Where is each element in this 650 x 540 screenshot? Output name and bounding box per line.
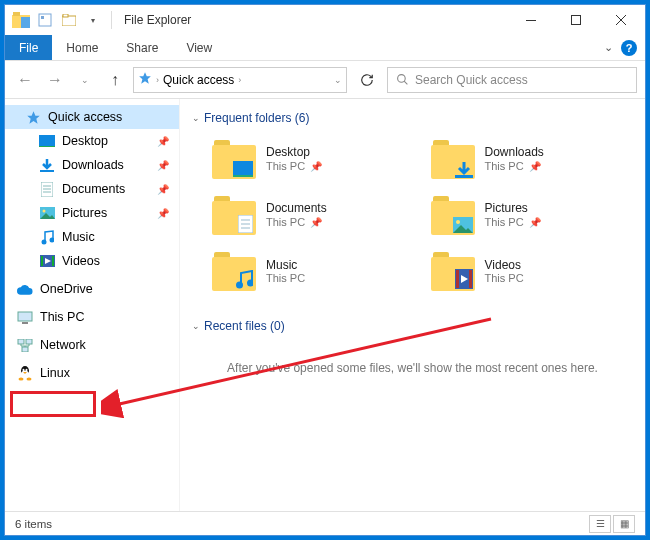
- ribbon: File Home Share View ⌄ ?: [5, 35, 645, 61]
- pin-icon: 📌: [310, 217, 322, 228]
- chevron-right-icon[interactable]: ›: [238, 75, 241, 85]
- address-bar[interactable]: › Quick access › ⌄: [133, 67, 347, 93]
- sidebar-item-documents[interactable]: Documents 📌: [5, 177, 179, 201]
- folder-item-videos[interactable]: Videos This PC: [431, 247, 634, 295]
- music-icon: [39, 229, 55, 245]
- pin-icon: 📌: [529, 217, 541, 228]
- folder-icon: [212, 251, 256, 291]
- sidebar-item-this-pc[interactable]: This PC: [5, 305, 179, 329]
- frequent-folders-header[interactable]: ⌄ Frequent folders (6): [192, 111, 633, 125]
- documents-icon: [39, 181, 55, 197]
- address-crumb[interactable]: Quick access: [163, 73, 234, 87]
- quick-access-star-icon: [138, 71, 152, 88]
- sidebar-item-label: Linux: [40, 366, 70, 380]
- view-details-button[interactable]: ☰: [589, 515, 611, 533]
- back-button[interactable]: ←: [13, 68, 37, 92]
- minimize-button[interactable]: [508, 6, 553, 35]
- svg-rect-29: [52, 256, 54, 266]
- sidebar-item-quick-access[interactable]: Quick access: [5, 105, 179, 129]
- folder-item-downloads[interactable]: Downloads This PC 📌: [431, 135, 634, 183]
- svg-point-39: [26, 369, 28, 371]
- folder-item-desktop[interactable]: Desktop This PC 📌: [212, 135, 415, 183]
- main-pane[interactable]: ⌄ Frequent folders (6) Desktop This PC 📌: [180, 99, 645, 511]
- sidebar-item-label: Pictures: [62, 206, 107, 220]
- svg-rect-28: [41, 256, 43, 266]
- svg-rect-7: [526, 20, 536, 21]
- sidebar-item-desktop[interactable]: Desktop 📌: [5, 129, 179, 153]
- svg-rect-31: [18, 312, 32, 321]
- folder-name: Desktop: [266, 145, 322, 159]
- folder-name: Videos: [485, 258, 524, 272]
- folder-sub: This PC: [485, 272, 524, 284]
- sidebar-item-network[interactable]: Network: [5, 333, 179, 357]
- new-folder-icon[interactable]: [59, 10, 79, 30]
- pin-icon: 📌: [157, 136, 169, 147]
- file-explorer-window: ▾ File Explorer File Home Share View ⌄ ?…: [4, 4, 646, 536]
- svg-marker-11: [139, 72, 151, 84]
- pin-icon: 📌: [157, 160, 169, 171]
- svg-point-41: [19, 378, 24, 381]
- ribbon-tab-share[interactable]: Share: [112, 35, 172, 60]
- sidebar-item-linux[interactable]: Linux: [5, 361, 179, 385]
- qat-dropdown-icon[interactable]: ▾: [83, 10, 103, 30]
- folder-item-documents[interactable]: Documents This PC 📌: [212, 191, 415, 239]
- folder-sub: This PC: [266, 272, 305, 284]
- network-icon: [17, 337, 33, 353]
- svg-rect-33: [18, 339, 24, 344]
- linux-tux-icon: [17, 365, 33, 381]
- folder-icon: [212, 139, 256, 179]
- folder-sub: This PC: [266, 216, 305, 228]
- ribbon-tab-file[interactable]: File: [5, 35, 52, 60]
- sidebar-item-pictures[interactable]: Pictures 📌: [5, 201, 179, 225]
- onedrive-icon: [17, 281, 33, 297]
- title-bar: ▾ File Explorer: [5, 5, 645, 35]
- svg-rect-16: [39, 146, 55, 147]
- svg-rect-34: [26, 339, 32, 344]
- svg-point-26: [49, 237, 54, 242]
- view-icons-button[interactable]: ▦: [613, 515, 635, 533]
- forward-button[interactable]: →: [43, 68, 67, 92]
- folder-icon: [212, 195, 256, 235]
- svg-rect-2: [21, 17, 30, 28]
- sidebar-item-downloads[interactable]: Downloads 📌: [5, 153, 179, 177]
- recent-dropdown-icon[interactable]: ⌄: [73, 68, 97, 92]
- svg-point-25: [41, 239, 46, 244]
- sidebar-item-label: Videos: [62, 254, 100, 268]
- svg-rect-1: [13, 12, 20, 16]
- chevron-down-icon: ⌄: [192, 321, 200, 331]
- help-icon[interactable]: ?: [621, 40, 637, 56]
- properties-icon[interactable]: [35, 10, 55, 30]
- item-count: 6 items: [15, 518, 52, 530]
- up-button[interactable]: ↑: [103, 68, 127, 92]
- folder-item-music[interactable]: Music This PC: [212, 247, 415, 295]
- sidebar-item-music[interactable]: Music: [5, 225, 179, 249]
- ribbon-tab-home[interactable]: Home: [52, 35, 112, 60]
- window-title: File Explorer: [124, 13, 191, 27]
- svg-point-53: [236, 282, 243, 289]
- search-input[interactable]: Search Quick access: [387, 67, 637, 93]
- frequent-folders-grid: Desktop This PC 📌 Downloads This PC 📌: [192, 135, 633, 295]
- address-dropdown-icon[interactable]: ⌄: [334, 75, 342, 85]
- sidebar-item-onedrive[interactable]: OneDrive: [5, 277, 179, 301]
- svg-rect-44: [233, 175, 253, 177]
- pin-icon: 📌: [529, 161, 541, 172]
- svg-point-23: [42, 210, 45, 213]
- search-icon: [396, 73, 409, 86]
- pin-icon: 📌: [157, 208, 169, 219]
- svg-rect-56: [456, 270, 459, 288]
- ribbon-tab-view[interactable]: View: [172, 35, 226, 60]
- recent-files-header[interactable]: ⌄ Recent files (0): [192, 319, 633, 333]
- navigation-pane: Quick access Desktop 📌 Downloads 📌 Docum…: [5, 99, 180, 511]
- refresh-button[interactable]: [353, 67, 381, 93]
- ribbon-expand-icon[interactable]: ⌄: [604, 41, 613, 54]
- close-button[interactable]: [598, 6, 643, 35]
- svg-point-51: [456, 220, 460, 224]
- sidebar-item-label: Quick access: [48, 110, 122, 124]
- sidebar-item-videos[interactable]: Videos: [5, 249, 179, 273]
- svg-point-54: [247, 280, 253, 287]
- maximize-button[interactable]: [553, 6, 598, 35]
- quick-access-toolbar: ▾: [7, 10, 116, 30]
- folder-item-pictures[interactable]: Pictures This PC 📌: [431, 191, 634, 239]
- videos-icon: [39, 253, 55, 269]
- desktop-icon: [39, 133, 55, 149]
